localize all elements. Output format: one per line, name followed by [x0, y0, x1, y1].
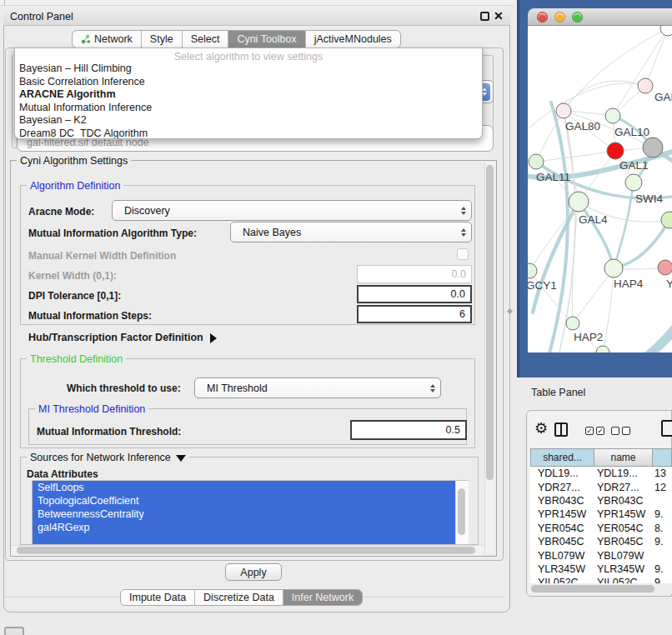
network-node-gal4[interactable] [569, 192, 589, 212]
table-row[interactable]: YPR145WYPR145W9. [530, 508, 672, 521]
aracne-mode-combo[interactable]: Discovery [112, 200, 472, 221]
network-edge[interactable] [645, 28, 668, 86]
network-node[interactable] [643, 138, 663, 158]
table-row[interactable]: YBR045CYBR045C9. [530, 535, 672, 548]
network-edge[interactable] [536, 151, 615, 162]
network-node[interactable] [660, 26, 672, 36]
mi-type-combo[interactable]: Naive Bayes [230, 222, 472, 242]
dropdown-placeholder: Select algorithm to view settings [15, 48, 482, 62]
network-node-gal[interactable] [638, 78, 653, 93]
network-edge[interactable] [529, 202, 579, 271]
table-cell: YBL079W [594, 550, 652, 562]
aracne-mode-label: Aracne Mode: [28, 206, 94, 218]
network-node-hap4[interactable] [604, 259, 623, 278]
dropdown-item-selected[interactable]: ARACNE Algorithm [15, 88, 482, 102]
tab-cyni-toolbox[interactable]: Cyni Toolbox [228, 31, 305, 48]
gear-icon[interactable]: ⚙ [534, 419, 548, 438]
node-label: GAL [654, 91, 672, 103]
network-edge[interactable] [579, 202, 614, 268]
dropdown-item[interactable]: Basic Correlation Inference [15, 76, 482, 89]
minimize-traffic-light[interactable] [554, 12, 565, 22]
list-item[interactable]: TopologicalCoefficient [33, 494, 456, 508]
apply-button[interactable]: Apply [225, 563, 282, 581]
tab-network-label: Network [94, 33, 133, 45]
sources-toggle[interactable]: Sources for Network Inference [27, 452, 189, 463]
list-item[interactable]: BetweennessCentrality [33, 508, 456, 521]
dropdown-item[interactable]: Dream8 DC_TDC Algorithm [15, 128, 482, 140]
network-node-gal1[interactable] [607, 142, 624, 159]
mi-steps-label: Mutual Information Steps: [28, 310, 152, 322]
table-row[interactable]: YER054CYER054C8. [530, 522, 672, 535]
network-node-gal11[interactable] [529, 154, 544, 169]
combo-spinner-icon [425, 384, 440, 392]
close-icon[interactable]: ✕ [494, 9, 504, 22]
tab-network[interactable]: Network [73, 31, 142, 48]
network-edge[interactable] [618, 306, 672, 352]
top-divider [4, 0, 5, 6]
network-node-gal10[interactable] [605, 108, 620, 123]
dropdown-item[interactable]: Bayesian – K2 [15, 114, 482, 128]
tab-jactivemnodules[interactable]: jActiveMNodules [306, 31, 400, 48]
node-label: GAL4 [579, 213, 608, 226]
column-header-partial[interactable] [652, 448, 672, 467]
tab-impute-data[interactable]: Impute Data [121, 590, 195, 605]
network-node-gcy1[interactable] [528, 263, 537, 278]
network-edge[interactable] [533, 202, 579, 312]
control-panel-titlebar [3, 7, 510, 26]
table-rows: YDL19...YDL19...13YDR27...YDR27...12YBR0… [530, 467, 672, 583]
table-row[interactable]: YDR27...YDR27...12 [530, 480, 672, 493]
select-all-icon[interactable]: ✓ ✓ [585, 427, 604, 435]
hub-definition-toggle[interactable]: Hub/Transcription Factor Definition [28, 332, 217, 343]
close-traffic-light[interactable] [537, 12, 548, 22]
network-node[interactable] [661, 212, 672, 228]
network-node-hap2[interactable] [566, 317, 579, 330]
dropdown-item[interactable]: Mutual Information Inference [15, 102, 482, 115]
algorithm-dropdown-popup: Select algorithm to view settings Bayesi… [14, 48, 483, 139]
network-edge[interactable] [573, 268, 614, 323]
settings-vscrollbar-thumb[interactable] [486, 165, 494, 480]
table-hscrollbar-thumb[interactable] [531, 585, 654, 592]
new-table-icon[interactable] [661, 420, 672, 437]
tab-infer-network[interactable]: Infer Network [283, 590, 362, 605]
kernel-width-field[interactable]: 0.0 [357, 265, 472, 283]
network-graph: GALGAL80GAL10GAL1GAL11SWI4GAL4GCY1HAP4YH… [528, 26, 672, 352]
tab-discretize-data[interactable]: Discretize Data [195, 590, 283, 605]
network-view-canvas[interactable]: GALGAL80GAL10GAL1GAL11SWI4GAL4GCY1HAP4YH… [528, 26, 672, 352]
float-window-button[interactable] [480, 12, 489, 21]
deselect-all-icon[interactable] [611, 427, 630, 435]
tab-style[interactable]: Style [142, 31, 183, 48]
column-header-name[interactable]: name [594, 448, 652, 467]
collapsed-panel-icon[interactable] [4, 627, 24, 635]
settings-hscrollbar-thumb[interactable] [17, 547, 475, 554]
network-node[interactable] [596, 346, 609, 352]
network-node-y[interactable] [658, 260, 672, 275]
table-row[interactable]: YBR043CYBR043C [530, 494, 672, 508]
mi-threshold-field[interactable]: 0.5 [350, 420, 467, 440]
table-row[interactable]: YLR345WYLR345W9. [530, 562, 672, 576]
table-row[interactable]: YIL052CYIL052C9 [530, 576, 672, 583]
collapse-down-icon [176, 455, 186, 462]
dpi-tolerance-field[interactable]: 0.0 [357, 285, 472, 303]
node-label: GCY1 [528, 279, 557, 292]
mi-steps-field[interactable]: 6 [357, 305, 472, 323]
list-item-partial[interactable] [33, 534, 456, 545]
column-header-shared-name[interactable]: shared... [530, 448, 594, 467]
network-edge[interactable] [564, 28, 668, 111]
list-item[interactable]: gal4RGexp [33, 521, 456, 534]
which-threshold-combo[interactable]: MI Threshold [194, 378, 441, 398]
table-cell: YPR145W [594, 508, 652, 520]
node-label: GAL80 [565, 120, 600, 132]
network-node-swi4[interactable] [625, 174, 642, 191]
table-row[interactable]: YDL19...YDL19...13 [530, 467, 672, 480]
network-node-gal80[interactable] [556, 103, 571, 118]
which-threshold-label: Which threshold to use: [67, 382, 181, 394]
list-item[interactable]: SelfLoops [33, 481, 456, 494]
manual-kernel-checkbox[interactable] [457, 248, 469, 260]
table-row[interactable]: YBL079WYBL079W [530, 548, 672, 562]
zoom-traffic-light[interactable] [572, 12, 583, 22]
tab-select[interactable]: Select [183, 31, 229, 48]
attributes-vscrollbar-thumb[interactable] [458, 488, 465, 535]
columns-icon[interactable] [554, 422, 568, 437]
table-cell: YPR145W [530, 508, 594, 520]
dropdown-item[interactable]: Bayesian – Hill Climbing [15, 62, 482, 76]
